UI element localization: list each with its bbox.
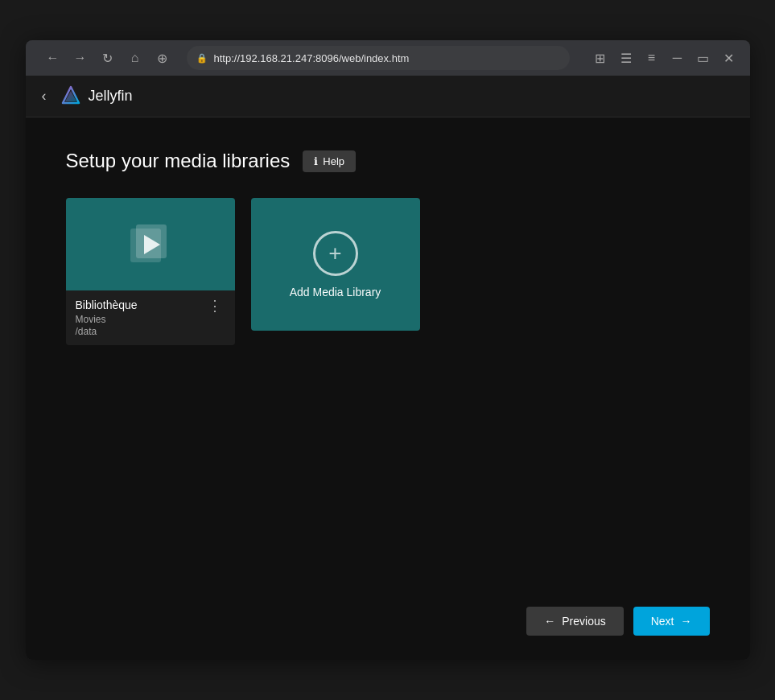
app-back-button[interactable]: ‹ — [39, 84, 50, 108]
browser-back-button[interactable]: ← — [42, 47, 64, 69]
add-library-label: Add Media Library — [290, 286, 381, 299]
help-icon: ℹ — [314, 155, 318, 167]
library-name: Bibliothèque — [76, 299, 138, 311]
browser-reload-button[interactable]: ↻ — [97, 47, 119, 69]
library-menu-button[interactable]: ⋮ — [204, 299, 225, 313]
next-button[interactable]: Next → — [633, 607, 710, 636]
lock-icon: 🔒 — [196, 53, 208, 64]
library-path: /data — [76, 326, 138, 337]
browser-window: ← → ↻ ⌂ ⊕ 🔒 http://192.168.21.247:8096/w… — [26, 40, 750, 660]
grid-icon[interactable]: ⊞ — [589, 47, 612, 69]
next-label: Next — [651, 615, 674, 628]
help-label: Help — [323, 155, 344, 167]
app-container: ‹ Jellyfin Setup your media l — [26, 76, 750, 660]
libraries-grid: Bibliothèque Movies /data ⋮ + Add Media … — [66, 198, 710, 345]
library-type: Movies — [76, 314, 138, 325]
library-thumbnail — [66, 198, 235, 290]
browser-forward-button[interactable]: → — [69, 47, 92, 69]
nav-footer: ← Previous Next → — [26, 591, 750, 660]
jellyfin-logo: Jellyfin — [60, 85, 133, 108]
app-main: Setup your media libraries ℹ Help — [26, 117, 750, 591]
previous-label: Previous — [562, 615, 605, 628]
add-library-card[interactable]: + Add Media Library — [251, 198, 420, 331]
restore-icon[interactable]: ▭ — [692, 47, 715, 69]
library-card[interactable]: Bibliothèque Movies /data ⋮ — [66, 198, 235, 345]
library-card-info: Bibliothèque Movies /data ⋮ — [66, 290, 235, 345]
browser-nav-buttons: ← → ↻ ⌂ ⊕ — [42, 47, 174, 69]
add-circle-icon: + — [313, 231, 358, 276]
minimize-icon[interactable]: ─ — [666, 47, 689, 69]
library-text-info: Bibliothèque Movies /data — [76, 299, 138, 337]
library-media-icon — [126, 220, 175, 269]
app-header: ‹ Jellyfin — [26, 76, 750, 117]
browser-titlebar: ← → ↻ ⌂ ⊕ 🔒 http://192.168.21.247:8096/w… — [26, 40, 750, 76]
jellyfin-logo-icon — [60, 85, 82, 108]
help-button[interactable]: ℹ Help — [303, 150, 356, 172]
page-heading-row: Setup your media libraries ℹ Help — [66, 150, 710, 172]
bookmarks-icon[interactable]: ☰ — [615, 47, 637, 69]
browser-toolbar-icons: ⊞ ☰ ≡ ─ ▭ ✕ — [589, 47, 740, 69]
next-icon: → — [681, 615, 692, 628]
browser-home-button[interactable]: ⌂ — [124, 47, 146, 69]
jellyfin-name: Jellyfin — [89, 88, 133, 105]
close-icon[interactable]: ✕ — [718, 47, 740, 69]
menu-icon[interactable]: ≡ — [641, 47, 663, 69]
add-icon: + — [328, 241, 341, 266]
url-text: http://192.168.21.247:8096/web/index.htm — [214, 52, 560, 64]
previous-icon: ← — [544, 615, 555, 628]
browser-new-tab-button[interactable]: ⊕ — [151, 47, 174, 69]
address-bar[interactable]: 🔒 http://192.168.21.247:8096/web/index.h… — [187, 46, 570, 70]
page-title: Setup your media libraries — [66, 150, 291, 172]
previous-button[interactable]: ← Previous — [526, 607, 623, 636]
